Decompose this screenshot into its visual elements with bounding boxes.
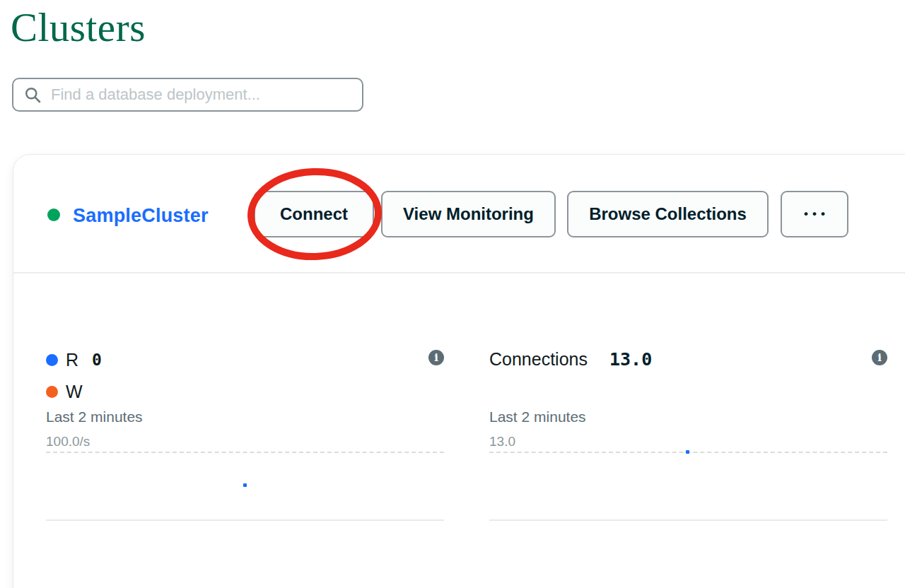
- read-series-icon: [46, 354, 58, 366]
- deployment-search[interactable]: [12, 78, 363, 112]
- cluster-status-icon: [47, 208, 60, 221]
- info-icon[interactable]: i: [872, 350, 887, 365]
- time-window-label: Last 2 minutes: [489, 408, 586, 425]
- data-point: [243, 483, 247, 487]
- connections-value: 13.0: [609, 349, 652, 370]
- read-write-chart: R 0 W i Last 2 minutes 100.0/s: [46, 344, 444, 524]
- read-value: 0: [92, 351, 102, 369]
- card-divider: [13, 272, 905, 274]
- page-title: Clusters: [11, 4, 146, 50]
- view-monitoring-button[interactable]: View Monitoring: [381, 191, 556, 237]
- connections-header: Connections 13.0: [489, 348, 652, 370]
- read-write-plot: [46, 452, 444, 521]
- connections-chart: Connections 13.0 i Last 2 minutes 13.0: [489, 344, 887, 524]
- info-icon[interactable]: i: [428, 350, 444, 365]
- more-options-button[interactable]: •••: [781, 191, 848, 237]
- read-label: R: [66, 350, 78, 370]
- browse-collections-button[interactable]: Browse Collections: [567, 191, 769, 237]
- connect-button[interactable]: Connect: [254, 191, 374, 237]
- y-axis-label: 13.0: [489, 434, 515, 449]
- time-window-label: Last 2 minutes: [46, 408, 143, 425]
- y-axis-label: 100.0/s: [46, 434, 90, 449]
- cluster-name-link[interactable]: SampleCluster: [73, 205, 209, 227]
- write-series-icon: [46, 386, 58, 398]
- search-icon: [23, 86, 42, 105]
- legend-read: R 0: [46, 350, 102, 370]
- write-label: W: [66, 382, 83, 402]
- connections-title: Connections: [489, 349, 588, 370]
- search-input[interactable]: [51, 86, 352, 104]
- data-point: [686, 450, 689, 454]
- legend-write: W: [46, 382, 83, 401]
- clusters-page: Clusters SampleCluster Connect View Moni…: [0, 0, 905, 588]
- connections-plot: [489, 452, 887, 521]
